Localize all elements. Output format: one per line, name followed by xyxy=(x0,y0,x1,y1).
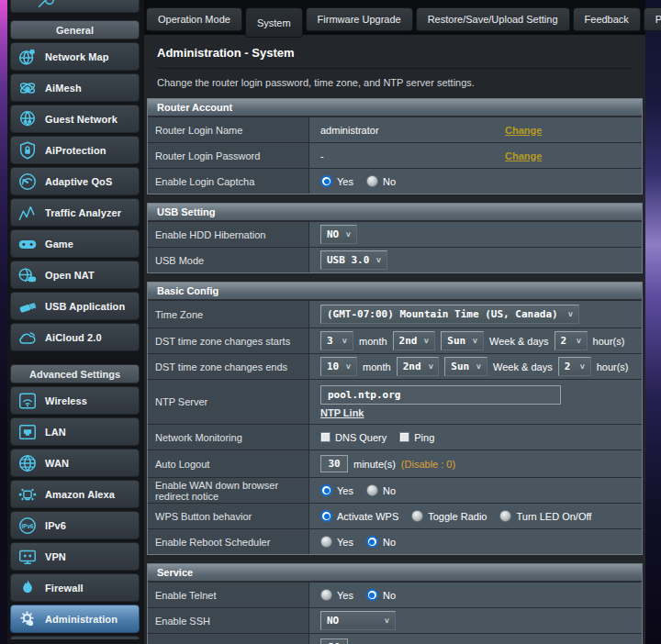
content-panel: Administration - System Change the route… xyxy=(144,35,645,644)
svg-text:IPv6: IPv6 xyxy=(21,522,34,528)
dst-start-month-select[interactable]: 3∨ xyxy=(320,331,353,350)
week-days-text: Week & days xyxy=(489,336,549,347)
sidebar-item-label: Firewall xyxy=(45,583,84,594)
wps-activate-label: Activate WPS xyxy=(337,511,398,522)
globe-icon xyxy=(16,452,39,474)
tab-system[interactable]: System xyxy=(245,7,303,38)
sidebar-item-firewall[interactable]: Firewall xyxy=(10,573,140,602)
reboot-yes-radio[interactable] xyxy=(320,536,332,548)
dst-end-month-select[interactable]: 10∨ xyxy=(320,357,357,376)
dst-end-day-select[interactable]: Sun∨ xyxy=(444,357,487,376)
captcha-yes-radio[interactable] xyxy=(320,175,332,187)
wps-activate-radio[interactable] xyxy=(320,510,332,522)
month-text: month xyxy=(359,336,387,347)
sidebar-item-ipv6[interactable]: IPv6IPv6 xyxy=(10,511,140,539)
sidebar-item-wireless[interactable]: Wireless xyxy=(10,386,140,415)
minutes-text: minute(s) xyxy=(353,459,396,470)
telnet-no-radio[interactable] xyxy=(366,589,378,601)
captcha-no-radio[interactable] xyxy=(366,175,378,187)
dns-query-checkbox[interactable] xyxy=(320,432,330,442)
chevron-down-icon: ∨ xyxy=(376,256,382,264)
sidebar-item-aiprotection[interactable]: AiProtection xyxy=(10,136,140,164)
wan-down-yes-radio[interactable] xyxy=(320,484,332,496)
sidebar-item-network-map[interactable]: Network Map xyxy=(10,42,140,71)
ntp-link[interactable]: NTP Link xyxy=(320,407,364,418)
sidebar-item-game[interactable]: Game xyxy=(10,229,140,258)
page-title: Administration - System xyxy=(157,46,633,69)
dst-start-hour-select[interactable]: 2∨ xyxy=(555,331,588,350)
traffic-wave-icon xyxy=(16,202,39,224)
wps-toggle-radio-label: Toggle Radio xyxy=(428,511,487,522)
hdd-hibernation-select[interactable]: NO∨ xyxy=(320,225,357,244)
wps-toggle-radio-radio[interactable] xyxy=(411,510,423,522)
change-login-password-link[interactable]: Change xyxy=(505,150,542,161)
gamepad-icon xyxy=(16,233,39,255)
chevron-down-icon: ∨ xyxy=(342,337,347,345)
sidebar-item-traffic-analyzer[interactable]: Traffic Analyzer xyxy=(10,198,140,227)
sidebar-item-adaptive-qos[interactable]: Adaptive QoS xyxy=(10,167,140,195)
sidebar-item-aimesh[interactable]: AiMesh xyxy=(10,73,140,102)
row-network-monitoring: Network Monitoring DNS Query Ping xyxy=(148,424,642,450)
sidebar-item-usb-application[interactable]: USB Application xyxy=(10,292,140,320)
auto-logout-input[interactable]: 30 xyxy=(320,455,348,472)
tab-operation-mode[interactable]: Operation Mode xyxy=(146,7,242,31)
reboot-no-radio[interactable] xyxy=(366,536,378,548)
sidebar-item-administration[interactable]: Administration xyxy=(10,605,140,633)
ipv6-icon: IPv6 xyxy=(16,515,39,537)
sidebar-item-open-nat[interactable]: Open NAT xyxy=(10,261,140,289)
sidebar-item-guest-network[interactable]: Guest Network xyxy=(10,105,140,133)
row-dst-end: DST time zone changes ends 10∨ month 2nd… xyxy=(148,353,642,379)
telnet-yes-radio[interactable] xyxy=(320,589,332,601)
row-ntp-server: NTP Server pool.ntp.org NTP Link xyxy=(148,379,642,424)
chevron-down-icon: ∨ xyxy=(346,230,352,239)
time-zone-select[interactable]: (GMT-07:00) Mountain Time (US, Canada)∨ xyxy=(320,305,579,324)
tab-firmware-upgrade[interactable]: Firmware Upgrade xyxy=(306,7,413,31)
usb-drive-icon xyxy=(16,295,39,317)
ntp-server-input[interactable]: pool.ntp.org xyxy=(320,385,561,405)
idle-timeout-input[interactable]: 20 xyxy=(320,638,348,644)
row-idle-timeout: Idle Timeout 20 minute(s) (Disable : 0) xyxy=(148,633,642,644)
sidebar-item-label: WAN xyxy=(45,458,69,469)
sidebar-item-vpn[interactable]: VPN xyxy=(10,542,140,571)
tab-restore-save-upload-setting[interactable]: Restore/Save/Upload Setting xyxy=(416,7,570,31)
sidebar-item-label: Traffic Analyzer xyxy=(45,207,121,218)
row-hdd-hibernation: Enable HDD Hibernation NO∨ xyxy=(148,221,642,247)
change-login-name-link[interactable]: Change xyxy=(505,125,542,136)
wan-down-no-radio[interactable] xyxy=(366,484,378,496)
chevron-down-icon: ∨ xyxy=(428,362,433,371)
sidebar-item-lan[interactable]: LAN xyxy=(10,417,140,446)
sidebar-item-label: Adaptive QoS xyxy=(45,176,112,187)
sidebar-item-amazon-alexa[interactable]: Amazon Alexa xyxy=(10,480,140,508)
sidebar-item-partial-bottom xyxy=(10,636,140,639)
shield-lock-icon xyxy=(16,139,39,161)
disable-hint: (Disable : 0) xyxy=(401,459,455,470)
dst-start-day-select[interactable]: Sun∨ xyxy=(441,331,484,350)
login-captcha-label: Enable Login Captcha xyxy=(148,169,309,194)
row-reboot-scheduler: Enable Reboot Scheduler Yes No xyxy=(148,528,642,554)
tab-feedback[interactable]: Feedback xyxy=(573,7,641,31)
reboot-scheduler-label: Enable Reboot Scheduler xyxy=(148,529,309,554)
tab-privacy[interactable]: Privacy xyxy=(644,7,661,31)
wrench-icon xyxy=(35,0,55,13)
row-usb-mode: USB Mode USB 3.0∨ xyxy=(148,247,642,272)
wps-led-radio[interactable] xyxy=(499,510,511,522)
chevron-down-icon: ∨ xyxy=(424,337,430,345)
sidebar-item-label: Network Map xyxy=(45,51,109,62)
ssh-select[interactable]: NO∨ xyxy=(320,611,396,630)
section-header-router-account: Router Account xyxy=(148,99,642,117)
wan-down-no-label: No xyxy=(383,485,396,496)
background-right-glow xyxy=(645,0,661,644)
wan-down-yes-label: Yes xyxy=(337,485,353,496)
usb-mode-select[interactable]: USB 3.0∨ xyxy=(320,250,387,270)
chevron-down-icon: ∨ xyxy=(346,362,352,371)
sidebar-item-aicloud-2-0[interactable]: AiCloud 2.0 xyxy=(10,323,140,351)
dst-end-hour-select[interactable]: 2∨ xyxy=(558,357,591,376)
dst-end-week-select[interactable]: 2nd∨ xyxy=(397,357,440,376)
ping-checkbox[interactable] xyxy=(399,432,409,442)
sidebar-item-wan[interactable]: WAN xyxy=(10,449,140,477)
hour-text: hour(s) xyxy=(597,361,629,372)
row-auto-logout: Auto Logout 30 minute(s) (Disable : 0) xyxy=(148,450,642,477)
sidebar-item-partial-top[interactable] xyxy=(10,0,140,13)
network-monitoring-label: Network Monitoring xyxy=(148,425,309,450)
dst-start-week-select[interactable]: 2nd∨ xyxy=(393,331,436,350)
